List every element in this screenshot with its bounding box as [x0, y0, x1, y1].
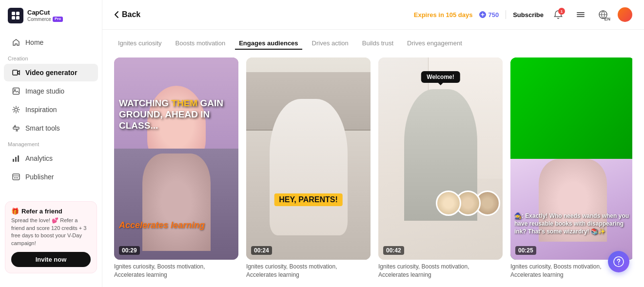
help-icon: [613, 256, 624, 267]
notifications-button[interactable]: 1: [550, 7, 566, 22]
publisher-icon: [12, 172, 20, 181]
credits-badge: 750: [479, 11, 499, 19]
video-overlay-text-1: WATCHING THEM GAINGROUND, AHEAD IN CLASS…: [119, 98, 234, 131]
tab-ignites-curiosity[interactable]: Ignites curiosity: [114, 38, 166, 50]
caption-1: Ignites curiosity, Boosts motivation,Acc…: [114, 263, 238, 279]
svg-rect-9: [13, 159, 14, 162]
svg-rect-0: [12, 12, 15, 15]
logo-icon: [8, 8, 23, 23]
svg-rect-15: [17, 177, 18, 178]
welcome-tooltip: Welcome!: [421, 71, 460, 83]
hey-parents-text: HEY, PARENTS!: [274, 193, 343, 206]
svg-rect-2: [12, 16, 15, 19]
person-figure-2: [270, 99, 348, 235]
video-thumb-3: CapCut Commerce Welcome!: [378, 57, 503, 260]
svg-rect-3: [16, 16, 20, 19]
video-grid: CapCut Commerce WATCHING THEM GAINGROUND…: [114, 57, 632, 279]
video-generator-icon: [12, 68, 20, 77]
svg-rect-11: [18, 155, 19, 162]
inspiration-icon: [12, 105, 20, 114]
main-content: Back Expires in 105 days 750 Subscribe 1: [102, 0, 644, 287]
video-card-3[interactable]: CapCut Commerce Welcome!: [378, 57, 503, 279]
header-divider: [506, 10, 506, 19]
svg-rect-17: [577, 12, 585, 13]
home-icon: [12, 38, 20, 47]
svg-rect-10: [15, 157, 17, 162]
tag-tabs: Ignites curiosity Boosts motivation Enga…: [114, 38, 632, 50]
smart-tools-icon: [12, 124, 20, 133]
svg-rect-5: [13, 88, 20, 95]
wizard-text: 🧙: Exactly! Who needs wands when you hav…: [514, 212, 631, 236]
sidebar-item-smart-tools[interactable]: Smart tools: [4, 119, 98, 137]
video-card-4[interactable]: CapCut Commerce 🧙: Exactly! Who needs wa…: [510, 57, 632, 279]
logo: CapCut Commerce Pro: [0, 8, 102, 33]
header-right: Expires in 105 days 750 Subscribe 1: [414, 7, 632, 22]
tab-drives-engagement[interactable]: Drives engagement: [403, 38, 466, 50]
video-thumb-1: CapCut Commerce WATCHING THEM GAINGROUND…: [114, 57, 238, 260]
language-label: EN: [604, 17, 610, 21]
sidebar-item-home[interactable]: Home: [4, 34, 98, 51]
header-left: Back: [114, 10, 140, 19]
back-chevron-icon: [114, 11, 119, 19]
refer-desc: Spread the love! 💕 Refer a friend and sc…: [11, 217, 91, 247]
caption-2: Ignites curiosity, Boosts motivation,Acc…: [246, 263, 371, 279]
video-card-2[interactable]: CapCut Commerce HEY, PARENTS! 00:24: [246, 57, 371, 279]
duration-2: 00:24: [251, 246, 272, 255]
tab-drives-action[interactable]: Drives action: [308, 38, 352, 50]
subscribe-button[interactable]: Subscribe: [513, 11, 544, 19]
refer-card: 🎁 Refer a friend Spread the love! 💕 Refe…: [5, 201, 97, 273]
avatar[interactable]: [618, 7, 632, 22]
video-thumb-4: CapCut Commerce 🧙: Exactly! Who needs wa…: [510, 57, 632, 260]
svg-rect-12: [13, 174, 20, 180]
svg-rect-4: [13, 70, 18, 75]
sidebar-item-publisher[interactable]: Publisher: [4, 168, 98, 186]
invite-button[interactable]: Invite now: [11, 252, 91, 267]
menu-button[interactable]: [573, 7, 588, 22]
svg-rect-13: [14, 177, 15, 178]
caption-3: Ignites curiosity, Boosts motivation,Acc…: [378, 263, 503, 279]
svg-rect-18: [577, 14, 585, 15]
video-thumb-2: CapCut Commerce HEY, PARENTS! 00:24: [246, 57, 371, 260]
section-management-label: Management: [0, 137, 102, 149]
image-studio-icon: [12, 87, 20, 96]
duration-4: 00:25: [515, 246, 536, 255]
tab-builds-trust[interactable]: Builds trust: [358, 38, 397, 50]
logo-text: CapCut Commerce Pro: [27, 9, 63, 21]
duration-3: 00:42: [383, 246, 404, 255]
back-button[interactable]: Back: [114, 10, 140, 19]
svg-rect-14: [16, 177, 17, 178]
notification-badge: 1: [558, 8, 565, 15]
svg-point-7: [15, 108, 18, 111]
sidebar-item-image-studio[interactable]: Image studio: [4, 82, 98, 100]
header: Back Expires in 105 days 750 Subscribe 1: [102, 0, 644, 30]
duration-1: 00:29: [119, 246, 140, 255]
video-card-1[interactable]: CapCut Commerce WATCHING THEM GAINGROUND…: [114, 57, 238, 279]
content-area: Ignites curiosity Boosts motivation Enga…: [102, 30, 644, 287]
help-button[interactable]: [608, 251, 629, 272]
accent-text-1: Accelerates learning: [119, 220, 234, 230]
language-button[interactable]: EN: [595, 7, 611, 22]
sidebar-item-inspiration[interactable]: Inspiration: [4, 101, 98, 118]
credits-plus-icon: [479, 11, 486, 18]
sidebar-item-analytics[interactable]: Analytics: [4, 150, 98, 167]
svg-rect-19: [577, 16, 585, 17]
people-circles: [436, 191, 500, 216]
svg-rect-8: [13, 127, 19, 129]
section-creation-label: Creation: [0, 52, 102, 63]
analytics-icon: [12, 154, 20, 163]
svg-point-22: [618, 264, 619, 265]
refer-title: 🎁 Refer a friend: [11, 208, 91, 215]
sidebar-item-video-generator[interactable]: Video generator: [4, 64, 98, 81]
sidebar: CapCut Commerce Pro Home Creation Video …: [0, 0, 102, 287]
svg-rect-1: [16, 12, 20, 15]
tab-boosts-motivation[interactable]: Boosts motivation: [172, 38, 230, 50]
tab-engages-audiences[interactable]: Engages audiences: [235, 38, 302, 50]
expires-text: Expires in 105 days: [414, 11, 473, 19]
menu-icon: [576, 10, 585, 19]
